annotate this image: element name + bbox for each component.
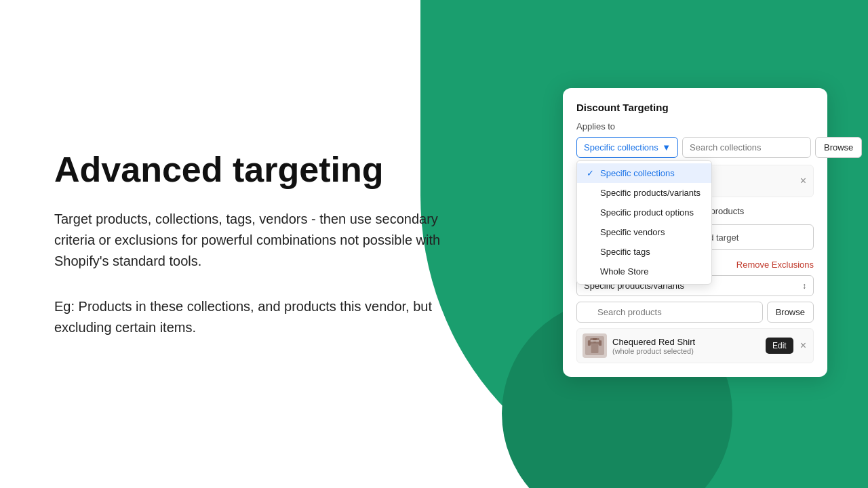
search-collections-input[interactable] <box>682 137 811 158</box>
main-heading: Advanced targeting <box>54 150 488 190</box>
main-description: Target products, collections, tags, vend… <box>54 209 448 272</box>
discount-targeting-panel: Discount Targeting Applies to Specific c… <box>563 88 827 377</box>
main-example: Eg: Products in these collections, and p… <box>54 296 448 338</box>
svg-rect-5 <box>591 344 599 353</box>
product-item-row: Chequered Red Shirt (whole product selec… <box>576 328 814 363</box>
search-products-wrapper: 🔍 <box>576 302 763 323</box>
sort-arrows-icon: ↕ <box>802 281 806 291</box>
option-label-products-variants: Specific products/variants <box>600 188 701 198</box>
option-label-collections: Specific collections <box>600 168 675 178</box>
dropdown-button[interactable]: Specific collections ▼ <box>576 137 678 158</box>
check-icon: ✓ <box>587 168 596 178</box>
dropdown-selected-label: Specific collections <box>584 142 658 152</box>
product-thumbnail <box>583 333 607 358</box>
check-placeholder3 <box>587 227 596 237</box>
option-label-tags: Specific tags <box>600 247 650 257</box>
applies-to-dropdown[interactable]: Specific collections ▼ ✓ Specific collec… <box>576 137 678 158</box>
svg-rect-9 <box>591 340 599 342</box>
panel-title: Discount Targeting <box>576 102 814 113</box>
browse-products-button[interactable]: Browse <box>767 302 814 323</box>
dropdown-option-product-options[interactable]: Specific product options <box>577 203 711 222</box>
search-products-row: 🔍 Browse <box>576 302 814 323</box>
left-content: Advanced targeting Target products, coll… <box>54 0 488 488</box>
svg-rect-8 <box>599 340 601 346</box>
search-products-input[interactable] <box>576 302 763 323</box>
product-name: Chequered Red Shirt <box>612 337 760 347</box>
applies-to-row: Specific collections ▼ ✓ Specific collec… <box>576 137 814 158</box>
product-info: Chequered Red Shirt (whole product selec… <box>612 337 760 355</box>
dropdown-option-collections[interactable]: ✓ Specific collections <box>577 163 711 183</box>
check-placeholder4 <box>587 247 596 257</box>
option-label-whole-store: Whole Store <box>600 266 649 277</box>
dropdown-option-whole-store[interactable]: Whole Store <box>577 262 711 281</box>
chevron-down-icon: ▼ <box>662 142 671 152</box>
dropdown-option-vendors[interactable]: Specific vendors <box>577 222 711 242</box>
check-placeholder2 <box>587 207 596 218</box>
dropdown-option-tags[interactable]: Specific tags <box>577 242 711 262</box>
remove-product-button[interactable]: × <box>799 340 808 351</box>
edit-product-button[interactable]: Edit <box>766 338 793 354</box>
dropdown-option-products-variants[interactable]: Specific products/variants <box>577 183 711 203</box>
check-placeholder <box>587 188 596 198</box>
svg-rect-7 <box>588 340 591 346</box>
check-placeholder5 <box>587 266 596 277</box>
browse-collections-button[interactable]: Browse <box>815 137 862 158</box>
option-label-product-options: Specific product options <box>600 207 694 218</box>
product-sub: (whole product selected) <box>612 347 760 355</box>
applies-to-label: Applies to <box>576 121 814 131</box>
remove-exclusions-button[interactable]: Remove Exclusions <box>736 260 814 270</box>
shirt-icon <box>585 336 604 355</box>
dropdown-menu: ✓ Specific collections Specific products… <box>576 160 712 285</box>
option-label-vendors: Specific vendors <box>600 227 665 237</box>
remove-collection-button[interactable]: × <box>799 176 808 186</box>
